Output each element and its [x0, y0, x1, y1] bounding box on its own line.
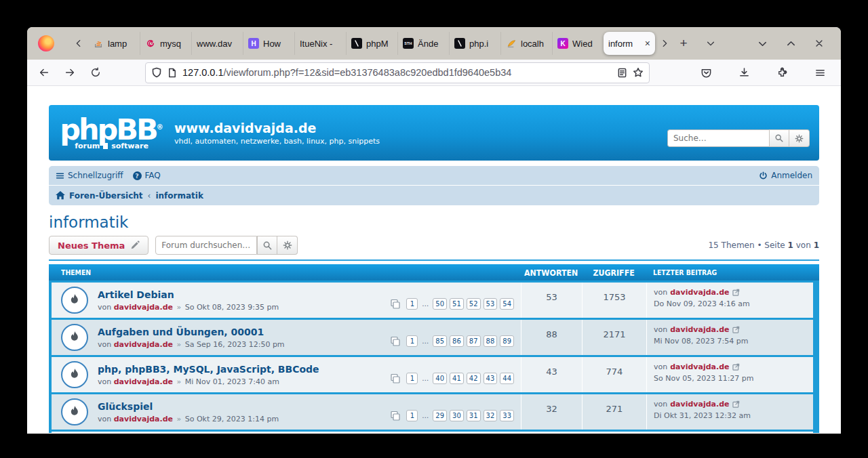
- downloads-button[interactable]: [734, 62, 754, 83]
- shield-icon[interactable]: [151, 67, 162, 78]
- page-link[interactable]: 31: [467, 410, 481, 421]
- goto-last-post-icon[interactable]: [732, 363, 740, 371]
- page-link[interactable]: 88: [484, 335, 498, 347]
- header-search-input[interactable]: [667, 129, 769, 147]
- scroll-tabs-left-button[interactable]: [69, 34, 88, 53]
- new-tab-button[interactable]: +: [674, 34, 693, 53]
- topic-date: Mi Nov 01, 2023 7:40 am: [185, 377, 279, 386]
- close-tab-icon[interactable]: ×: [645, 39, 650, 48]
- pages-icon: [390, 373, 401, 384]
- site-title[interactable]: www.davidvajda.de: [174, 120, 380, 138]
- tab-lamp[interactable]: lamp: [88, 32, 140, 55]
- page-link[interactable]: 85: [433, 335, 447, 347]
- topic-author-link[interactable]: davidvajda.de: [114, 340, 173, 349]
- header-search-advanced-button[interactable]: [789, 129, 810, 147]
- page-link[interactable]: 52: [467, 298, 481, 310]
- quick-links-menu[interactable]: Schnellzugriff: [56, 171, 123, 180]
- maximize-button[interactable]: [781, 34, 800, 53]
- faq-link[interactable]: ? FAQ: [133, 171, 161, 180]
- page-link[interactable]: 1: [406, 410, 418, 421]
- forum-search-advanced-button[interactable]: [277, 236, 298, 255]
- new-topic-button[interactable]: Neues Thema: [49, 236, 149, 255]
- firefox-icon[interactable]: [38, 35, 54, 51]
- page-link[interactable]: 87: [467, 335, 481, 347]
- page-link[interactable]: 1: [406, 335, 418, 347]
- last-post-author-link[interactable]: davidvajda.de: [670, 325, 729, 334]
- page-link[interactable]: 51: [450, 298, 464, 310]
- tab-phpm[interactable]: phpM: [346, 32, 397, 55]
- page-link[interactable]: 42: [467, 373, 481, 384]
- pages-icon: [390, 299, 401, 310]
- page-link[interactable]: 89: [500, 335, 514, 347]
- page-link[interactable]: 44: [500, 373, 514, 384]
- goto-last-post-icon[interactable]: [732, 326, 740, 333]
- pocket-button[interactable]: [696, 62, 716, 83]
- header-search: [667, 129, 810, 147]
- topic-title-link[interactable]: Aufgaben und Übungen, 00001: [98, 327, 382, 337]
- tab-localhost[interactable]: localh: [500, 32, 552, 55]
- page-link[interactable]: 1: [406, 298, 418, 310]
- breadcrumb-current-link[interactable]: informatik: [155, 191, 203, 201]
- page-link[interactable]: 32: [484, 410, 498, 421]
- page-link[interactable]: 86: [450, 335, 464, 347]
- chevron-up-icon: [786, 39, 796, 49]
- home-icon: [56, 191, 65, 200]
- minimize-button[interactable]: [753, 34, 772, 53]
- url-bar[interactable]: 127.0.0.1/viewforum.php?f=12&sid=eb31376…: [145, 62, 650, 83]
- tab-www-dav[interactable]: www.dav: [191, 32, 243, 55]
- bookmark-star-icon[interactable]: [633, 67, 644, 78]
- breadcrumb-home-link[interactable]: Foren-Übersicht: [56, 191, 143, 201]
- page-link[interactable]: 1: [406, 373, 418, 384]
- page-link[interactable]: 29: [433, 410, 447, 421]
- page-link[interactable]: 43: [484, 373, 498, 384]
- login-link[interactable]: Anmelden: [759, 171, 812, 180]
- topic-title-link[interactable]: Artikel Debian: [98, 289, 382, 300]
- goto-last-post-icon[interactable]: [732, 289, 740, 296]
- phpbb-logo[interactable]: phpBB® forumsoftware: [49, 117, 174, 150]
- topic-title-link[interactable]: php, phpBB3, MySQL, JavaScript, BBCode: [98, 364, 382, 375]
- forum-search-button[interactable]: [257, 236, 277, 255]
- scroll-tabs-right-button[interactable]: [655, 34, 674, 53]
- puzzle-piece-icon: [776, 67, 788, 79]
- close-window-button[interactable]: [810, 34, 829, 53]
- header-search-button[interactable]: [769, 129, 789, 147]
- pagination-ellipsis: …: [422, 337, 429, 345]
- tab-informatik-active[interactable]: inform ×: [604, 32, 655, 55]
- last-post-author-link[interactable]: davidvajda.de: [670, 400, 729, 409]
- column-header-views: ZUGRIFFE: [593, 268, 635, 278]
- tab-php-i[interactable]: php.i: [449, 32, 500, 55]
- reader-view-icon[interactable]: [617, 68, 627, 78]
- topic-author-link[interactable]: davidvajda.de: [114, 377, 173, 386]
- reload-button[interactable]: [85, 62, 106, 83]
- views-count: 1753: [582, 283, 646, 318]
- page-link[interactable]: 33: [500, 410, 514, 421]
- tab-aende[interactable]: STH Ände: [397, 32, 449, 55]
- last-post-author-link[interactable]: davidvajda.de: [670, 362, 729, 371]
- topic-author-link[interactable]: davidvajda.de: [114, 303, 173, 312]
- back-button[interactable]: [34, 62, 54, 83]
- tab-how[interactable]: H How: [243, 32, 294, 55]
- tab-label: mysq: [160, 39, 186, 49]
- tab-wied[interactable]: K Wied: [552, 32, 604, 55]
- page-link[interactable]: 40: [433, 373, 447, 384]
- topic-title-link[interactable]: Glückspiel: [98, 401, 382, 412]
- page-info-icon[interactable]: [167, 68, 177, 78]
- url-text[interactable]: 127.0.0.1/viewforum.php?f=12&sid=eb31376…: [182, 67, 612, 78]
- question-circle-icon: ?: [133, 171, 142, 180]
- topic-author-link[interactable]: davidvajda.de: [114, 415, 173, 423]
- forward-button[interactable]: [60, 62, 80, 83]
- list-all-tabs-button[interactable]: [701, 34, 720, 53]
- topic-row-partial: [52, 430, 813, 433]
- page-link[interactable]: 53: [484, 298, 498, 310]
- app-menu-button[interactable]: [810, 62, 830, 83]
- extensions-button[interactable]: [772, 62, 792, 83]
- page-link[interactable]: 54: [500, 298, 514, 310]
- forum-search-input[interactable]: [155, 236, 257, 255]
- page-link[interactable]: 30: [450, 410, 464, 421]
- tab-ituenix[interactable]: ItueNix -: [294, 32, 346, 55]
- last-post-author-link[interactable]: davidvajda.de: [670, 288, 729, 297]
- page-link[interactable]: 41: [450, 373, 464, 384]
- goto-last-post-icon[interactable]: [732, 400, 740, 408]
- page-link[interactable]: 50: [433, 298, 447, 310]
- tab-mysq[interactable]: mysq: [140, 32, 191, 55]
